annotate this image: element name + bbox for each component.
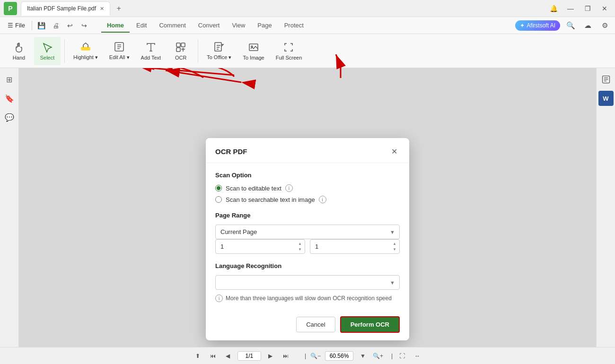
print-btn[interactable]: 🖨	[49, 19, 62, 32]
redo-btn[interactable]: ↪	[78, 19, 91, 32]
tab-view[interactable]: View	[226, 19, 251, 32]
active-tab[interactable]: Italian PDF Sample File.pdf ✕	[21, 1, 110, 16]
zoom-out-btn[interactable]: 🔍−	[310, 350, 321, 362]
scan-editable-info-icon[interactable]: i	[285, 184, 293, 192]
sidebar-bookmark-icon[interactable]: 🔖	[2, 91, 17, 106]
notification-icon[interactable]: 🔔	[547, 2, 560, 15]
title-bar-controls: 🔔 — ❐ ✕	[547, 2, 611, 15]
full-screen-icon	[283, 42, 294, 53]
file-menu[interactable]: ☰ File	[4, 20, 29, 31]
page-to-up-btn[interactable]: ▲	[391, 241, 398, 246]
edit-all-icon	[114, 41, 125, 52]
title-bar: P Italian PDF Sample File.pdf ✕ + 🔔 — ❐ …	[0, 0, 615, 17]
scan-editable-radio[interactable]	[215, 185, 222, 191]
right-sidebar-word-icon[interactable]: W	[598, 91, 614, 106]
dialog-body: Scan Option Scan to editable text i Scan…	[206, 163, 409, 311]
tab-page[interactable]: Page	[252, 19, 277, 32]
page-range-select[interactable]: Current Page All Pages Custom Range	[215, 225, 400, 239]
fit-page-btn[interactable]: ⛶	[396, 350, 408, 362]
tab-protect[interactable]: Protect	[279, 19, 309, 32]
to-office-label: To Office ▾	[207, 54, 231, 61]
to-image-icon	[248, 42, 259, 53]
cancel-button[interactable]: Cancel	[296, 317, 335, 332]
scan-searchable-radio[interactable]	[215, 196, 222, 203]
svg-rect-4	[176, 48, 180, 52]
page-range-section: Page Range Current Page All Pages Custom…	[215, 212, 400, 239]
right-sidebar-properties-icon[interactable]	[598, 72, 614, 87]
perform-ocr-button[interactable]: Perform OCR	[340, 316, 400, 333]
maximize-btn[interactable]: ❐	[581, 2, 594, 15]
file-label: File	[15, 22, 25, 29]
tab-convert[interactable]: Convert	[193, 19, 226, 32]
add-text-tool[interactable]: Add Text	[136, 37, 166, 65]
edit-all-tool[interactable]: Edit All ▾	[105, 37, 134, 65]
hamburger-icon: ☰	[8, 22, 13, 29]
select-tool[interactable]: Select	[34, 37, 61, 65]
new-tab-btn[interactable]: +	[113, 3, 124, 14]
full-screen-tool[interactable]: Full Screen	[271, 37, 307, 65]
settings-btn[interactable]: ⚙	[598, 19, 611, 32]
page-range-label: Page Range	[215, 212, 400, 219]
dialog-close-btn[interactable]: ✕	[388, 146, 400, 157]
select-label: Select	[40, 55, 55, 61]
page-to-spinners: ▲ ▼	[391, 241, 398, 252]
hand-icon	[13, 42, 25, 53]
first-page-btn[interactable]: ⏮	[207, 350, 219, 362]
menu-bar: ☰ File 💾 🖨 ↩ ↪ Home Edit Comment Convert…	[0, 17, 615, 34]
add-text-label: Add Text	[141, 55, 161, 61]
lang-select[interactable]: English Italian French German	[215, 275, 400, 290]
dialog-footer: Cancel Perform OCR	[206, 311, 409, 340]
page-from-up-btn[interactable]: ▲	[297, 241, 303, 246]
scan-searchable-label: Scan to searchable text in image	[226, 196, 315, 203]
last-page-btn[interactable]: ⏭	[280, 350, 291, 362]
hand-tool[interactable]: Hand	[6, 37, 32, 65]
lang-note-row: i More than three languages will slow do…	[215, 295, 400, 302]
page-from-down-btn[interactable]: ▼	[297, 247, 303, 252]
fit-width-btn[interactable]: ↔	[412, 350, 423, 362]
search-btn[interactable]: 🔍	[564, 19, 577, 32]
ocr-dialog: OCR PDF ✕ Scan Option Scan to editable t…	[206, 138, 409, 340]
page-to-down-btn[interactable]: ▼	[391, 247, 398, 252]
tab-home[interactable]: Home	[101, 19, 130, 32]
page-number-input[interactable]	[237, 351, 261, 361]
scroll-to-top-btn[interactable]: ⬆	[192, 350, 203, 362]
lang-select-wrapper: English Italian French German ▼	[215, 275, 400, 290]
scan-searchable-info-icon[interactable]: i	[319, 196, 326, 203]
cloud-btn[interactable]: ☁	[581, 19, 594, 32]
close-btn[interactable]: ✕	[598, 2, 611, 15]
undo-btn[interactable]: ↩	[63, 19, 77, 32]
tab-comment[interactable]: Comment	[153, 19, 191, 32]
page-from-wrapper: ▲ ▼	[215, 239, 305, 254]
page-from-spinners: ▲ ▼	[297, 241, 303, 252]
add-text-icon	[145, 42, 157, 53]
zoom-dropdown-btn[interactable]: ▼	[357, 350, 369, 362]
svg-line-12	[151, 68, 234, 75]
right-sidebar: W	[596, 68, 615, 347]
lang-note-text: More than three languages will slow down…	[226, 295, 392, 302]
lang-section: Language Recognition English Italian Fre…	[215, 262, 400, 302]
sidebar-thumbnail-icon[interactable]: ⊞	[2, 72, 17, 87]
zoom-input[interactable]	[325, 351, 353, 361]
sidebar-comment-icon[interactable]: 💬	[2, 110, 17, 125]
save-btn[interactable]: 💾	[35, 19, 48, 32]
ai-button[interactable]: ✦ Afirstsoft AI	[515, 20, 560, 31]
ocr-tool[interactable]: OCR	[167, 37, 194, 65]
page-from-input[interactable]	[215, 239, 305, 254]
ai-label: Afirstsoft AI	[527, 22, 555, 29]
ai-star-icon: ✦	[520, 22, 525, 29]
zoom-in-btn[interactable]: 🔍+	[372, 350, 384, 362]
to-image-label: To Image	[243, 55, 264, 61]
main-content: OCR PDF ✕ Scan Option Scan to editable t…	[19, 68, 596, 347]
page-to-input[interactable]	[310, 239, 400, 254]
highlight-tool[interactable]: Highlight ▾	[69, 37, 103, 65]
to-image-tool[interactable]: To Image	[238, 37, 269, 65]
tab-close-btn[interactable]: ✕	[100, 6, 104, 12]
minimize-btn[interactable]: —	[564, 2, 577, 15]
next-page-btn[interactable]: ▶	[265, 350, 276, 362]
tab-edit[interactable]: Edit	[131, 19, 152, 32]
prev-page-btn[interactable]: ◀	[222, 350, 234, 362]
nav-tabs: Home Edit Comment Convert View Page Prot…	[101, 19, 309, 32]
scan-editable-row: Scan to editable text i	[215, 184, 400, 192]
to-office-tool[interactable]: To Office ▾	[202, 37, 236, 65]
left-sidebar: ⊞ 🔖 💬	[0, 68, 19, 347]
